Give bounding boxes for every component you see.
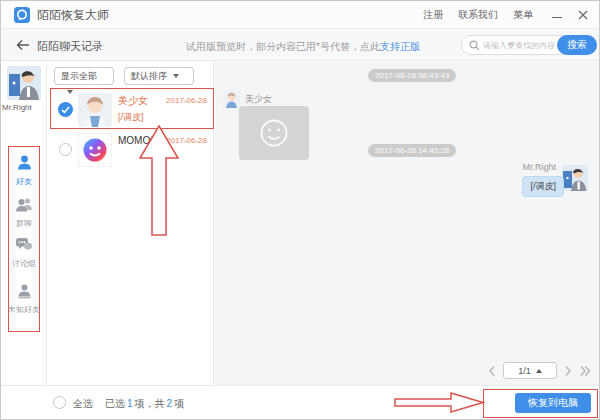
collapse-up-icon: [536, 369, 542, 373]
sidebar-item-unknown-friends[interactable]: 未知好友: [1, 283, 47, 315]
chevron-down-icon: [173, 74, 179, 78]
trial-notice-text: 试用版预览时，部分内容已用*号代替，点此: [186, 41, 380, 52]
conversation-item[interactable]: MOMOt 2017-06-28: [50, 130, 211, 170]
unchecked-circle-icon[interactable]: [59, 143, 72, 156]
sidebar-item-groups[interactable]: 群聊: [1, 197, 47, 229]
filter-dropdown-sort[interactable]: 默认排序: [124, 67, 194, 85]
toolbar: 陌陌聊天记录 试用版预览时，部分内容已用*号代替，点此支持正版 搜索: [1, 29, 599, 61]
minimize-button[interactable]: [549, 1, 565, 29]
recover-to-pc-button[interactable]: 恢复到电脑: [515, 393, 591, 413]
titlebar-links: 注册 联系我们 菜单: [423, 1, 533, 29]
selected-prefix: 已选: [105, 398, 125, 409]
selected-middle: 项，共: [135, 398, 165, 409]
message-bubble-sticker[interactable]: [239, 106, 309, 160]
message-avatar: [223, 91, 240, 108]
back-button[interactable]: [16, 38, 30, 52]
people-icon: [15, 197, 33, 213]
message-sender-name: 美少女: [245, 93, 272, 106]
search-button[interactable]: 搜索: [557, 35, 597, 55]
select-all-radio[interactable]: [53, 396, 66, 409]
page-number: 1/1: [518, 366, 531, 376]
app-logo-icon: [14, 7, 30, 23]
page-next-icon[interactable]: [564, 365, 572, 377]
timestamp-badge: 2017-06-28 14:45:28: [368, 144, 456, 157]
filter-label: 显示全部: [61, 71, 97, 81]
conversation-avatar: [78, 133, 112, 167]
contact-us-link[interactable]: 联系我们: [458, 8, 498, 22]
pagination: 1/1: [488, 362, 591, 379]
selected-count: 1: [127, 398, 133, 409]
selection-summary: 已选1项，共2项: [105, 397, 184, 411]
search-icon: [469, 40, 480, 51]
app-title: 陌陌恢复大师: [37, 1, 109, 29]
conversation-date: 2017-06-28: [166, 136, 207, 145]
sidebar-item-discussion[interactable]: 讨论组: [1, 237, 47, 269]
filter-dropdown-show-all[interactable]: 显示全部: [54, 67, 114, 85]
account-avatar: [7, 66, 41, 100]
trial-notice: 试用版预览时，部分内容已用*号代替，点此支持正版: [186, 40, 420, 54]
bottom-action-bar: 全选 已选1项，共2项 恢复到电脑: [1, 385, 599, 419]
sidebar-item-label: 讨论组: [1, 258, 47, 269]
timestamp-badge: 2017-06-18 08:43:43: [368, 69, 456, 82]
category-sidebar: Mr.Right 好友 群聊 讨论组 未知好友: [1, 62, 47, 385]
account-name: Mr.Right: [2, 103, 46, 112]
checked-circle-icon[interactable]: [58, 102, 73, 117]
chat-panel: 2017-06-18 08:43:43 美少女 2017-06-28 14:45…: [215, 62, 599, 385]
sidebar-item-friends[interactable]: 好友: [1, 154, 47, 187]
minimize-icon: [552, 17, 562, 18]
chat-bubbles-icon: [15, 237, 33, 253]
selected-suffix: 项: [174, 398, 184, 409]
back-arrow-icon: [16, 38, 30, 52]
person-unknown-icon: [16, 283, 33, 299]
genuine-support-link[interactable]: 支持正版: [380, 41, 420, 52]
message-bubble-text[interactable]: [/调皮]: [522, 176, 564, 197]
conversation-list-panel: 显示全部 默认排序 美少女 2017-06-28 [/调皮] MOMOt 201…: [48, 62, 214, 385]
register-link[interactable]: 注册: [423, 8, 443, 22]
smiley-sticker-icon: [259, 118, 289, 148]
person-icon: [16, 154, 33, 171]
sidebar-item-label: 群聊: [1, 218, 47, 229]
total-count: 2: [167, 398, 173, 409]
filter-label: 默认排序: [131, 71, 167, 81]
conversation-item-selected[interactable]: 美少女 2017-06-28 [/调皮]: [50, 90, 211, 130]
title-bar: 陌陌恢复大师 注册 联系我们 菜单: [1, 1, 599, 29]
close-icon: [575, 7, 591, 23]
page-title: 陌陌聊天记录: [37, 39, 103, 54]
sidebar-item-label: 未知好友: [1, 304, 47, 315]
message-sender-name: Mr.Right: [522, 162, 556, 172]
select-all-label[interactable]: 全选: [73, 397, 93, 411]
message-avatar: [562, 165, 588, 191]
conversation-preview: [/调皮]: [118, 111, 144, 124]
conversation-date: 2017-06-28: [166, 96, 207, 105]
conversation-avatar: [78, 93, 112, 127]
page-prev-icon[interactable]: [488, 365, 496, 377]
page-last-icon[interactable]: [579, 365, 591, 377]
search-box: 搜索: [461, 35, 597, 55]
app-window: 陌陌恢复大师 注册 联系我们 菜单 陌陌聊天记录 试用版预览时，部分内容已用*号…: [0, 0, 600, 420]
search-input[interactable]: [483, 37, 559, 53]
sidebar-item-label: 好友: [1, 176, 47, 187]
close-button[interactable]: [575, 7, 591, 23]
menu-link[interactable]: 菜单: [513, 8, 533, 22]
page-indicator[interactable]: 1/1: [503, 362, 557, 379]
